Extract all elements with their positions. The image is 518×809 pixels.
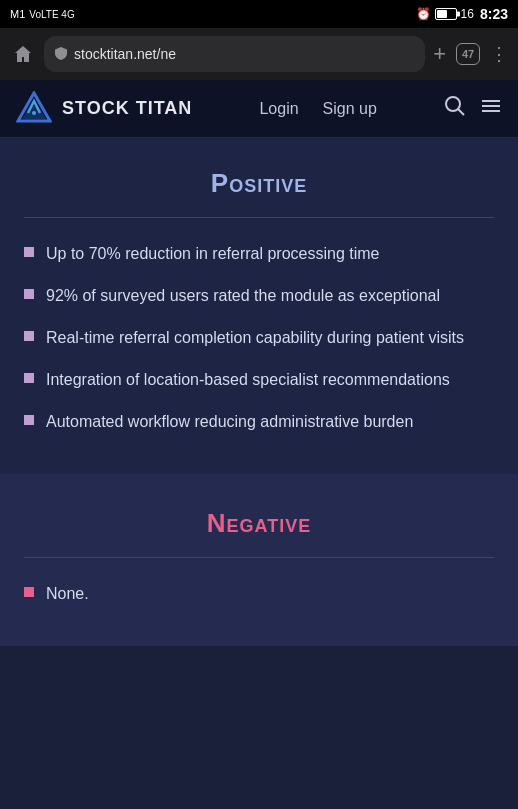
positive-list: Up to 70% reduction in referral processi… <box>24 242 494 434</box>
battery-icon <box>435 8 457 20</box>
bullet-marker <box>24 289 34 299</box>
list-item: Automated workflow reducing administrati… <box>24 410 494 434</box>
new-tab-button[interactable]: + <box>433 41 446 67</box>
status-left: M1 VoLTE 4G <box>10 8 75 20</box>
list-item: Up to 70% reduction in referral processi… <box>24 242 494 266</box>
bullet-marker <box>24 373 34 383</box>
main-content: Positive Up to 70% reduction in referral… <box>0 138 518 646</box>
browser-actions: + 47 ⋮ <box>433 41 508 67</box>
svg-point-2 <box>32 111 36 115</box>
svg-line-4 <box>458 109 464 115</box>
bullet-text: Integration of location-based specialist… <box>46 368 450 392</box>
list-item: 92% of surveyed users rated the module a… <box>24 284 494 308</box>
browser-chrome: stocktitan.net/ne + 47 ⋮ <box>0 28 518 80</box>
tabs-count-button[interactable]: 47 <box>456 43 480 65</box>
time-label: 8:23 <box>480 6 508 22</box>
login-link[interactable]: Login <box>249 94 308 124</box>
battery-percent: 16 <box>461 7 474 21</box>
nav-logo[interactable]: STOCK TITAN <box>16 91 192 127</box>
negative-list: None. <box>24 582 494 606</box>
positive-section: Positive Up to 70% reduction in referral… <box>0 138 518 478</box>
nav-links: Login Sign up <box>249 94 386 124</box>
bullet-text: Real-time referral completion capability… <box>46 326 464 350</box>
carrier-label: M1 <box>10 8 25 20</box>
positive-divider <box>24 217 494 218</box>
bullet-marker <box>24 247 34 257</box>
bullet-marker <box>24 331 34 341</box>
signup-link[interactable]: Sign up <box>313 94 387 124</box>
url-text: stocktitan.net/ne <box>74 46 176 62</box>
hamburger-menu-icon[interactable] <box>480 95 502 122</box>
list-item: Real-time referral completion capability… <box>24 326 494 350</box>
bullet-text: Up to 70% reduction in referral processi… <box>46 242 380 266</box>
search-icon[interactable] <box>444 95 466 122</box>
nav-logo-text: STOCK TITAN <box>62 98 192 119</box>
list-item: None. <box>24 582 494 606</box>
negative-section-title: Negative <box>24 508 494 539</box>
logo-icon <box>16 91 52 127</box>
negative-divider <box>24 557 494 558</box>
bullet-text: None. <box>46 582 89 606</box>
status-right: ⏰ 16 8:23 <box>416 6 508 22</box>
address-shield-icon <box>54 46 68 63</box>
alarm-icon: ⏰ <box>416 7 431 21</box>
bullet-marker <box>24 415 34 425</box>
nav-icons <box>444 95 502 122</box>
negative-section: Negative None. <box>0 478 518 646</box>
status-bar: M1 VoLTE 4G ⏰ 16 8:23 <box>0 0 518 28</box>
list-item: Integration of location-based specialist… <box>24 368 494 392</box>
bullet-marker <box>24 587 34 597</box>
positive-section-title: Positive <box>24 168 494 199</box>
browser-menu-button[interactable]: ⋮ <box>490 43 508 65</box>
network-label: VoLTE 4G <box>29 9 74 20</box>
home-icon[interactable] <box>10 41 36 67</box>
svg-point-3 <box>446 97 460 111</box>
bullet-text: Automated workflow reducing administrati… <box>46 410 413 434</box>
bullet-text: 92% of surveyed users rated the module a… <box>46 284 440 308</box>
address-bar[interactable]: stocktitan.net/ne <box>44 36 425 72</box>
nav-bar: STOCK TITAN Login Sign up <box>0 80 518 138</box>
